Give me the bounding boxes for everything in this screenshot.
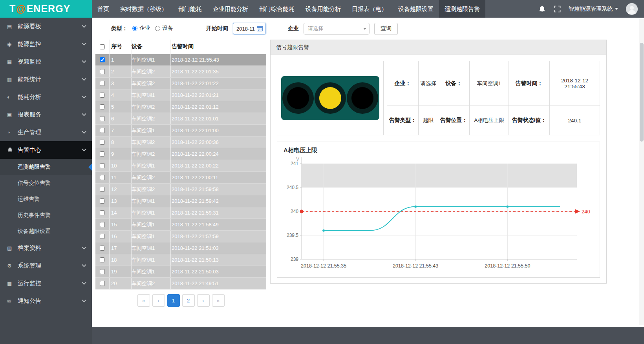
- page-button[interactable]: »: [212, 294, 225, 307]
- top-nav-item[interactable]: 部门能耗: [173, 0, 207, 18]
- top-nav-item[interactable]: 首页: [92, 0, 115, 18]
- type-radio[interactable]: [132, 26, 137, 31]
- page-button[interactable]: 2: [182, 294, 195, 307]
- top-nav-item[interactable]: 实时数据（秒级）: [115, 0, 173, 18]
- user-avatar[interactable]: [626, 3, 638, 15]
- app-logo: T@ENERGY: [0, 0, 92, 18]
- sidebar-subitem[interactable]: 设备越限设置: [0, 223, 92, 239]
- row-checkbox[interactable]: [100, 81, 105, 86]
- scrollbar-thumb[interactable]: [640, 43, 644, 142]
- table-row[interactable]: 1 车间空调1 2018-12-12 21:55:43: [95, 54, 266, 66]
- page-button[interactable]: «: [137, 294, 150, 307]
- cell-index: 16: [110, 231, 132, 242]
- sidebar-item[interactable]: ▥能耗统计: [0, 71, 92, 88]
- sidebar-item[interactable]: ◔生产管理: [0, 124, 92, 141]
- table-row[interactable]: 18 车间空调1 2018-11-22 21:50:13: [95, 254, 266, 266]
- table-row[interactable]: 12 车间空调2 2018-11-22 21:59:58: [95, 184, 266, 195]
- row-checkbox[interactable]: [100, 269, 105, 274]
- table-row[interactable]: 19 车间空调1 2018-11-22 21:50:03: [95, 266, 266, 278]
- type-radio-option[interactable]: 企业: [132, 25, 150, 32]
- top-nav-item[interactable]: 设备越限设置: [393, 0, 439, 18]
- cell-index: 6: [110, 113, 132, 124]
- type-radio[interactable]: [155, 26, 160, 31]
- sidebar-item[interactable]: ⚙系统管理: [0, 257, 92, 275]
- table-row[interactable]: 9 车间空调2 2018-11-22 22:00:24: [95, 148, 266, 160]
- row-checkbox[interactable]: [100, 210, 105, 215]
- table-row[interactable]: 2 车间空调2 2018-11-22 22:01:35: [95, 66, 266, 78]
- table-row[interactable]: 16 车间空调1 2018-11-22 21:57:59: [95, 231, 266, 242]
- table-row[interactable]: 17 车间空调1 2018-11-22 21:51:03: [95, 242, 266, 254]
- row-checkbox[interactable]: [100, 257, 105, 262]
- top-nav-item[interactable]: 设备用能分析: [300, 0, 346, 18]
- table-row[interactable]: 3 车间空调2 2018-11-22 22:01:22: [95, 78, 266, 89]
- caret-down-icon: [615, 8, 618, 10]
- row-checkbox[interactable]: [100, 175, 105, 180]
- row-checkbox[interactable]: [100, 69, 105, 74]
- table-row[interactable]: 20 车间空调2 2018-11-22 21:49:51: [95, 278, 266, 289]
- table-row[interactable]: 10 车间空调1 2018-11-22 22:00:22: [95, 160, 266, 172]
- chevron-down-icon: [82, 298, 86, 302]
- sidebar-subitem[interactable]: 遥测越限告警: [0, 159, 92, 175]
- row-checkbox[interactable]: [100, 140, 105, 145]
- traffic-light-housing: [281, 76, 379, 120]
- energy-monitor-icon: ◉: [7, 41, 18, 47]
- table-row[interactable]: 11 车间空调2 2018-11-22 22:00:11: [95, 172, 266, 184]
- fullscreen-icon[interactable]: [554, 5, 561, 13]
- notification-bell-icon[interactable]: [538, 5, 546, 13]
- sidebar-item[interactable]: ▦视频监控: [0, 53, 92, 71]
- table-row[interactable]: 13 车间空调1 2018-11-22 21:59:42: [95, 195, 266, 207]
- page-button[interactable]: 1: [167, 294, 180, 307]
- lamp-right-off-icon: [347, 82, 378, 114]
- table-row[interactable]: 6 车间空调2 2018-11-22 22:01:01: [95, 113, 266, 125]
- row-checkbox[interactable]: [100, 104, 105, 109]
- page-button[interactable]: ›: [197, 294, 210, 307]
- table-row[interactable]: 4 车间空调1 2018-11-22 22:01:21: [95, 89, 266, 101]
- table-row[interactable]: 15 车间空调1 2018-11-22 21:58:49: [95, 219, 266, 231]
- type-radio-label: 企业: [139, 25, 150, 32]
- vertical-scrollbar[interactable]: [639, 19, 644, 325]
- sidebar-item[interactable]: ✉通知公告: [0, 292, 92, 310]
- sidebar-item[interactable]: ▧档案资料: [0, 239, 92, 257]
- type-radio-group: 企业 设备: [128, 25, 173, 33]
- sidebar-item[interactable]: ◉能源监控: [0, 35, 92, 53]
- row-checkbox[interactable]: [100, 281, 105, 286]
- row-checkbox[interactable]: [100, 128, 105, 133]
- table-row[interactable]: 8 车间空调2 2018-11-22 22:00:36: [95, 137, 266, 148]
- row-checkbox[interactable]: [100, 198, 105, 204]
- sidebar-subitem[interactable]: 信号变位告警: [0, 175, 92, 191]
- cell-device: 车间空调2: [132, 278, 171, 289]
- sidebar-subitem[interactable]: 历史事件告警: [0, 207, 92, 223]
- query-button[interactable]: 查询: [374, 23, 398, 35]
- top-nav-item[interactable]: 遥测越限告警: [439, 0, 485, 18]
- row-checkbox[interactable]: [100, 116, 105, 121]
- sidebar-subitem[interactable]: 运维告警: [0, 191, 92, 207]
- top-nav-item[interactable]: 部门综合能耗: [254, 0, 300, 18]
- sidebar-item[interactable]: ▤能源看板: [0, 18, 92, 35]
- top-nav-item[interactable]: 企业用能分析: [207, 0, 254, 18]
- select-all-checkbox[interactable]: [100, 44, 105, 49]
- type-radio-option[interactable]: 设备: [155, 25, 173, 32]
- top-nav-item[interactable]: 日报表（电）: [346, 0, 393, 18]
- sidebar-item[interactable]: ◐能耗分析: [0, 88, 92, 106]
- row-checkbox[interactable]: [100, 234, 105, 239]
- sidebar-item[interactable]: ▣报表服务: [0, 106, 92, 124]
- row-checkbox[interactable]: [100, 57, 105, 62]
- row-checkbox[interactable]: [100, 246, 105, 251]
- row-checkbox[interactable]: [100, 187, 105, 192]
- operation-monitor-icon: ▩: [7, 280, 18, 286]
- page-button[interactable]: ‹: [152, 294, 165, 307]
- company-select[interactable]: 请选择: [304, 23, 370, 35]
- table-row[interactable]: 5 车间空调2 2018-11-22 22:01:12: [95, 101, 266, 113]
- row-checkbox[interactable]: [100, 222, 105, 227]
- start-time-input[interactable]: [236, 26, 257, 32]
- sidebar-item[interactable]: ▩运行监控: [0, 275, 92, 292]
- row-checkbox[interactable]: [100, 163, 105, 168]
- calendar-icon[interactable]: [257, 26, 263, 31]
- sidebar-item[interactable]: 告警中心: [0, 141, 92, 159]
- table-row[interactable]: 14 车间空调1 2018-11-22 21:59:31: [95, 207, 266, 219]
- table-row[interactable]: 7 车间空调1 2018-11-22 22:01:00: [95, 125, 266, 137]
- row-checkbox[interactable]: [100, 93, 105, 98]
- system-name-menu[interactable]: 智慧能源管理系统: [569, 5, 618, 13]
- cell-device: 车间空调1: [132, 231, 171, 242]
- row-checkbox[interactable]: [100, 151, 105, 157]
